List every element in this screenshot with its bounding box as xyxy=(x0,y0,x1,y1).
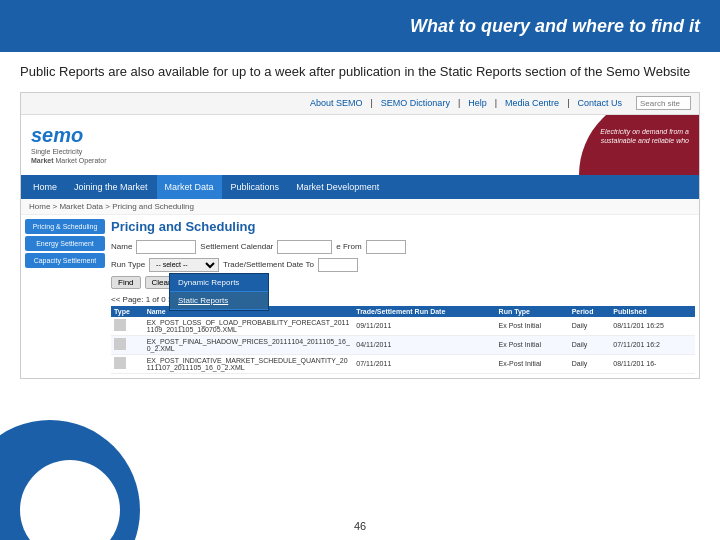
results-table: Type Name Trade/Settlement Run Date Run … xyxy=(111,306,695,374)
help-link[interactable]: Help xyxy=(468,98,487,108)
row-date: 04/11/2011 xyxy=(353,335,495,354)
date-from-label: e From xyxy=(336,242,361,251)
row-published: 08/11/201 16- xyxy=(610,354,695,373)
top-header: What to query and where to find it xyxy=(0,0,720,52)
semo-tagline: Electricity on demand from a sustainable… xyxy=(600,127,689,147)
row-name: EX_POST_INDICATIVE_MARKET_SCHEDULE_QUANT… xyxy=(144,354,354,373)
row-type xyxy=(111,335,144,354)
col-run-type: Run Type xyxy=(496,306,569,317)
table-row: EX_POST_INDICATIVE_MARKET_SCHEDULE_QUANT… xyxy=(111,354,695,373)
col-trade-date: Trade/Settlement Run Date xyxy=(353,306,495,317)
dropdown-menu: Dynamic Reports Static Reports xyxy=(169,273,269,311)
col-type: Type xyxy=(111,306,144,317)
page-content: Pricing & Scheduling Energy Settlement C… xyxy=(21,215,699,378)
semo-logo-sub: Single Electricity Market Market Operato… xyxy=(31,147,107,165)
media-centre-link[interactable]: Media Centre xyxy=(505,98,559,108)
find-button[interactable]: Find xyxy=(111,276,141,289)
trade-date-input[interactable] xyxy=(318,258,358,272)
row-type xyxy=(111,354,144,373)
name-filter-label: Name xyxy=(111,242,132,251)
row-published: 08/11/201 16:25 xyxy=(610,317,695,336)
nav-market-data[interactable]: Market Data xyxy=(157,175,222,199)
sidebar-capacity[interactable]: Capacity Settlement xyxy=(25,253,105,268)
nav-market-dev[interactable]: Market Development xyxy=(288,175,387,199)
sidebar: Pricing & Scheduling Energy Settlement C… xyxy=(25,219,105,374)
name-filter-input[interactable] xyxy=(136,240,196,254)
main-content: Public Reports are also available for up… xyxy=(0,52,720,389)
settlement-label: Settlement Calendar xyxy=(200,242,273,251)
static-reports-item[interactable]: Static Reports xyxy=(170,292,268,310)
nav-joining[interactable]: Joining the Market xyxy=(66,175,156,199)
dynamic-reports-item[interactable]: Dynamic Reports xyxy=(170,274,268,292)
col-period: Period xyxy=(569,306,611,317)
semo-nav: Home Joining the Market Market Data Publ… xyxy=(21,175,699,199)
row-published: 07/11/201 16:2 xyxy=(610,335,695,354)
description-text: Public Reports are also available for up… xyxy=(20,62,700,82)
settlement-input[interactable] xyxy=(277,240,332,254)
table-row: EX_POST_LOSS_OF_LOAD_PROBABILITY_FORECAS… xyxy=(111,317,695,336)
semo-logo: semo Single Electricity Market Market Op… xyxy=(31,124,107,165)
nav-publications[interactable]: Publications xyxy=(223,175,288,199)
contact-us-link[interactable]: Contact Us xyxy=(577,98,622,108)
header-title: What to query and where to find it xyxy=(410,16,700,37)
page-heading: Pricing and Scheduling xyxy=(111,219,695,234)
row-run-type: Ex Post Initial xyxy=(496,317,569,336)
row-date: 09/11/2011 xyxy=(353,317,495,336)
row-period: Daily xyxy=(569,317,611,336)
col-published: Published xyxy=(610,306,695,317)
row-period: Daily xyxy=(569,335,611,354)
row-period: Daily xyxy=(569,354,611,373)
breadcrumb: Home > Market Data > Pricing and Schedul… xyxy=(21,199,699,215)
sidebar-pricing[interactable]: Pricing & Scheduling xyxy=(25,219,105,234)
semo-header: semo Single Electricity Market Market Op… xyxy=(21,115,699,175)
search-input[interactable] xyxy=(636,96,691,110)
row-run-type: Ex Post Initial xyxy=(496,335,569,354)
nav-home[interactable]: Home xyxy=(25,175,65,199)
sidebar-energy[interactable]: Energy Settlement xyxy=(25,236,105,251)
run-type-label: Run Type xyxy=(111,260,145,269)
semo-dictionary-link[interactable]: SEMO Dictionary xyxy=(381,98,450,108)
browser-mockup: About SEMO | SEMO Dictionary | Help | Me… xyxy=(20,92,700,379)
row-run-type: Ex-Post Initial xyxy=(496,354,569,373)
trade-date-label: Trade/Settlement Date To xyxy=(223,260,314,269)
semo-logo-text: semo xyxy=(31,124,107,147)
about-semo-link[interactable]: About SEMO xyxy=(310,98,363,108)
semo-top-bar: About SEMO | SEMO Dictionary | Help | Me… xyxy=(21,93,699,115)
row-name: EX_POST_LOSS_OF_LOAD_PROBABILITY_FORECAS… xyxy=(144,317,354,336)
row-type xyxy=(111,317,144,336)
row-date: 07/11/2011 xyxy=(353,354,495,373)
row-name: EX_POST_FINAL_SHADOW_PRICES_20111104_201… xyxy=(144,335,354,354)
table-row: EX_POST_FINAL_SHADOW_PRICES_20111104_201… xyxy=(111,335,695,354)
date-from-input[interactable] xyxy=(366,240,406,254)
filter-row: Name Settlement Calendar e From xyxy=(111,240,695,254)
run-type-select[interactable]: -- select -- xyxy=(149,258,219,272)
filter-row-2: Run Type -- select -- Trade/Settlement D… xyxy=(111,258,695,272)
